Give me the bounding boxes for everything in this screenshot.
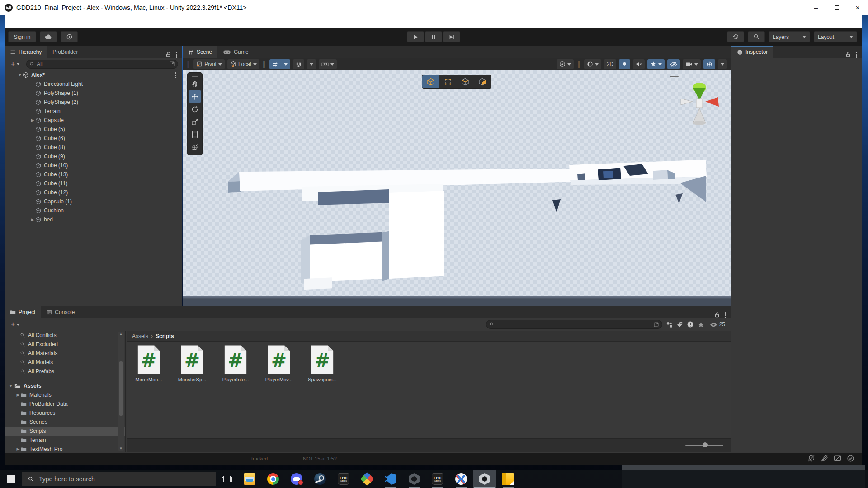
- asset-item[interactable]: Spawnpoin...: [305, 344, 340, 382]
- gizmos-options[interactable]: [718, 59, 727, 69]
- gizmos-dropdown[interactable]: [703, 59, 715, 69]
- scene-root-row[interactable]: ▼ Alex*: [5, 70, 182, 80]
- unity-editor-icon[interactable]: [402, 470, 426, 488]
- tasks-done-icon[interactable]: [847, 455, 854, 462]
- audio-toggle[interactable]: [633, 59, 645, 69]
- pb-edge-mode-button[interactable]: [457, 75, 474, 88]
- hierarchy-item[interactable]: ▶ bed: [5, 215, 182, 224]
- asset-item[interactable]: MirrorMon...: [131, 344, 166, 382]
- project-folder-item[interactable]: ▶ Scenes: [5, 418, 125, 427]
- orientation-gizmo[interactable]: [675, 77, 724, 127]
- undo-history-button[interactable]: [727, 31, 744, 42]
- hierarchy-search-input[interactable]: All: [26, 60, 178, 69]
- menu-item[interactable]: [34, 20, 44, 23]
- panel-menu-icon[interactable]: [176, 54, 177, 56]
- unity-editor-active-icon[interactable]: [473, 470, 496, 488]
- expand-arrow-icon[interactable]: ▶: [30, 118, 35, 122]
- layers-dropdown[interactable]: Layers: [769, 31, 810, 42]
- epic-games-2-icon[interactable]: [426, 470, 449, 488]
- expand-arrow-icon[interactable]: ▶: [15, 393, 21, 397]
- tab-probuilder[interactable]: ProBuilder: [47, 46, 83, 58]
- open-search-window-icon[interactable]: [653, 322, 659, 328]
- close-button[interactable]: ×: [847, 0, 868, 15]
- view-options-dropdown[interactable]: [557, 59, 574, 69]
- menu-item[interactable]: [54, 20, 64, 23]
- tab-project[interactable]: Project: [5, 306, 41, 318]
- create-asset-button[interactable]: +: [8, 320, 23, 328]
- shading-mode-dropdown[interactable]: [584, 59, 601, 69]
- project-folder-item[interactable]: ▶ Resources: [5, 408, 125, 418]
- project-favorite-item[interactable]: All Models: [5, 358, 125, 367]
- project-folder-item[interactable]: ▶ Materials: [5, 390, 125, 399]
- grid-snap-toggle[interactable]: [269, 59, 281, 69]
- project-favorite-item[interactable]: All Conflicts: [5, 331, 125, 340]
- camera-dropdown[interactable]: [683, 59, 701, 69]
- toolbar-grip[interactable]: ║: [186, 61, 191, 68]
- scene-viewport[interactable]: [183, 70, 731, 306]
- unlock-icon[interactable]: [845, 52, 851, 58]
- project-folder-item[interactable]: ▶ Terrain: [5, 436, 125, 445]
- sticky-notes-icon[interactable]: [496, 470, 520, 488]
- hierarchy-item[interactable]: ▶ Cushion: [5, 206, 182, 215]
- step-button[interactable]: [443, 31, 460, 42]
- asset-item[interactable]: PlayerInte...: [218, 344, 253, 382]
- epic-games-icon[interactable]: [332, 470, 355, 488]
- panel-menu-icon[interactable]: [856, 54, 857, 56]
- hierarchy-item[interactable]: ▶ Cube (13): [5, 170, 182, 179]
- project-favorite-item[interactable]: All Excluded: [5, 340, 125, 349]
- filter-by-label-icon[interactable]: [676, 321, 683, 328]
- play-button[interactable]: [407, 31, 424, 42]
- project-root-folder[interactable]: ▼ Assets: [5, 381, 125, 390]
- create-object-button[interactable]: +: [8, 60, 23, 68]
- taskbar-search-input[interactable]: Type here to search: [22, 472, 216, 486]
- file-explorer-icon[interactable]: [238, 470, 261, 488]
- hierarchy-item[interactable]: ▶ Terrain: [5, 107, 182, 116]
- rect-tool[interactable]: [189, 128, 201, 141]
- menu-item[interactable]: [5, 20, 14, 23]
- asset-item[interactable]: MonsterSp...: [175, 344, 210, 382]
- layout-dropdown[interactable]: Layout: [814, 31, 857, 42]
- toolbar-grip[interactable]: ║: [262, 61, 267, 68]
- menu-item[interactable]: [64, 20, 74, 23]
- hierarchy-item[interactable]: ▶ Cube (6): [5, 134, 182, 143]
- pb-face-mode-button[interactable]: [474, 75, 491, 88]
- snip-tool-icon[interactable]: [449, 470, 473, 488]
- project-search-input[interactable]: [486, 320, 662, 329]
- pivot-dropdown[interactable]: Pivot: [193, 59, 225, 69]
- project-folder-item[interactable]: ▶ TextMesh Pro: [5, 445, 125, 454]
- hierarchy-item[interactable]: ▶ Capsule: [5, 116, 182, 125]
- notifications-off-icon[interactable]: [807, 455, 815, 462]
- folder-tree-scrollbar[interactable]: ▲ ▼: [118, 332, 124, 451]
- rotate-tool[interactable]: [189, 103, 201, 115]
- project-favorite-item[interactable]: All Materials: [5, 349, 125, 358]
- discord-icon[interactable]: [285, 470, 308, 488]
- grid-snap-options[interactable]: [281, 59, 290, 69]
- breadcrumb-current[interactable]: Scripts: [156, 333, 174, 339]
- view-hand-tool[interactable]: [189, 78, 201, 90]
- brush-off-icon[interactable]: [821, 455, 828, 462]
- cloud-button[interactable]: [40, 31, 57, 42]
- tab-console[interactable]: Console: [41, 306, 80, 318]
- unlock-icon[interactable]: [165, 52, 171, 58]
- overlay-drag-handle[interactable]: [189, 74, 201, 77]
- thumbnail-size-slider[interactable]: [685, 445, 723, 446]
- tab-inspector[interactable]: Inspector: [731, 46, 773, 58]
- task-view-button[interactable]: [216, 470, 238, 488]
- unity-hub-icon[interactable]: [355, 470, 379, 488]
- tab-scene[interactable]: Scene: [183, 46, 217, 58]
- menu-item[interactable]: [24, 20, 34, 23]
- menu-item[interactable]: [74, 20, 84, 23]
- vscode-icon[interactable]: [379, 470, 402, 488]
- local-dropdown[interactable]: Local: [227, 59, 259, 69]
- snap-increment-options[interactable]: [307, 59, 316, 69]
- menu-item[interactable]: [44, 20, 54, 23]
- hidden-objects-toggle[interactable]: [667, 59, 680, 69]
- project-folder-item[interactable]: ▶ Scripts: [5, 427, 125, 436]
- start-button[interactable]: [0, 470, 22, 488]
- pb-vertex-mode-button[interactable]: [439, 75, 457, 88]
- 2d-toggle[interactable]: 2D: [604, 59, 616, 69]
- warnings-icon[interactable]: [687, 321, 694, 328]
- effects-dropdown[interactable]: [647, 59, 665, 69]
- breadcrumb-parent[interactable]: Assets: [132, 333, 148, 339]
- tab-hierarchy[interactable]: Hierarchy: [5, 46, 47, 58]
